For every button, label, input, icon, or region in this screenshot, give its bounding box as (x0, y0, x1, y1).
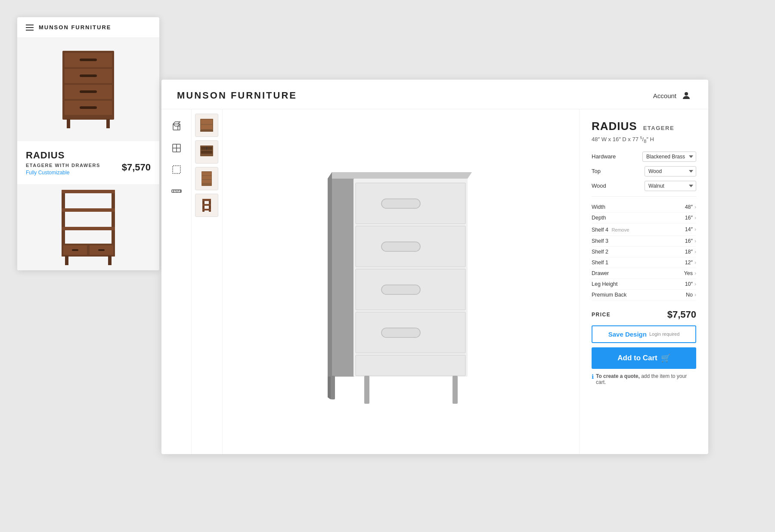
product-dimensions: 48″ W x 16″ D x 77 5/8″ H (592, 136, 696, 144)
account-area[interactable]: Account (653, 89, 693, 102)
view-front-icon[interactable] (168, 139, 185, 157)
spec-value-drawer: Yes (684, 270, 693, 276)
spec-chevron-depth[interactable]: › (694, 215, 696, 221)
wood-select[interactable]: Walnut Oak Maple Cherry (645, 181, 696, 191)
svg-rect-50 (202, 199, 211, 201)
spec-value-row-depth: 16″ › (685, 215, 696, 221)
svg-rect-13 (62, 190, 115, 193)
view-ruler-icon[interactable] (168, 182, 185, 200)
view-dashed-icon[interactable] (168, 161, 185, 178)
svg-rect-52 (202, 209, 211, 210)
svg-rect-64 (364, 376, 369, 404)
thumbnail-4[interactable] (195, 194, 218, 217)
spec-chevron-width[interactable]: › (694, 204, 696, 210)
svg-rect-63 (356, 355, 465, 376)
thumbnail-1[interactable] (195, 114, 218, 137)
spec-row-shelf4: Shelf 4 Remove 14″ › (592, 223, 696, 236)
left-card-logo: MUNSON FURNITURE (39, 24, 112, 31)
svg-rect-56 (381, 199, 420, 208)
add-to-cart-button[interactable]: Add to Cart 🛒 (592, 347, 696, 369)
svg-rect-47 (202, 180, 211, 183)
spec-remove-shelf4[interactable]: Remove (611, 227, 629, 232)
top-select[interactable]: Wood Glass Metal (645, 166, 696, 176)
right-panel-header: MUNSON FURNITURE Account (161, 80, 708, 109)
save-design-sub: Login required (649, 331, 679, 337)
svg-rect-9 (80, 90, 97, 93)
product-main-view (223, 109, 579, 454)
svg-rect-29 (173, 166, 180, 173)
right-panel: MUNSON FURNITURE Account (161, 80, 708, 454)
view-3d-icon[interactable] (168, 118, 185, 135)
spec-value-shelf4: 14″ (685, 226, 693, 232)
thumbnail-2[interactable] (195, 140, 218, 164)
save-design-button[interactable]: Save Design Login required (592, 325, 696, 343)
drawer-unit-image (54, 46, 123, 133)
spec-label-shelf1: Shelf 1 (592, 260, 608, 266)
spec-label-width: Width (592, 204, 605, 210)
quote-text: To create a quote, add the item to your … (596, 373, 696, 385)
spec-value-row-shelf2: 18″ › (685, 249, 696, 255)
right-panel-body: RADIUS ETAGERE 48″ W x 16″ D x 77 5/8″ H… (161, 109, 708, 454)
product-title-row: RADIUS ETAGERE (592, 120, 696, 133)
price-label: PRICE (592, 312, 611, 318)
spec-row-legheight: Leg Height 10″ › (592, 279, 696, 290)
spec-value-row-drawer: Yes › (684, 270, 696, 276)
spec-value-premiumback: No (686, 292, 693, 298)
config-panel: RADIUS ETAGERE 48″ W x 16″ D x 77 5/8″ H… (579, 109, 708, 454)
right-logo: MUNSON FURNITURE (177, 90, 297, 101)
spec-value-row-legheight: 10″ › (685, 281, 696, 287)
left-card-product-name: RADIUS (26, 150, 151, 161)
left-card-bottom-image (17, 184, 159, 270)
spec-value-width: 48″ (685, 204, 693, 210)
spec-label-premiumback: Premium Back (592, 292, 626, 298)
spec-row-shelf3: Shelf 3 16″ › (592, 236, 696, 247)
spec-label-legheight: Leg Height (592, 281, 617, 287)
svg-point-24 (685, 92, 688, 96)
spec-value-row-shelf1: 12″ › (685, 260, 696, 266)
spec-row-premiumback: Premium Back No › (592, 290, 696, 300)
spec-chevron-drawer[interactable]: › (694, 270, 696, 276)
svg-rect-21 (98, 249, 105, 251)
specs-list: Width 48″ › Depth 16″ › (592, 202, 696, 300)
svg-rect-20 (72, 249, 78, 251)
left-card-header: MUNSON FURNITURE (17, 17, 159, 38)
svg-rect-58 (381, 242, 420, 251)
spec-chevron-premiumback[interactable]: › (694, 292, 696, 298)
svg-rect-62 (381, 328, 420, 337)
cart-icon: 🛒 (661, 353, 670, 363)
spec-label-shelf4-wrap: Shelf 4 Remove (592, 226, 629, 233)
spec-chevron-shelf1[interactable]: › (694, 260, 696, 266)
svg-rect-46 (202, 176, 211, 179)
svg-rect-60 (381, 285, 420, 294)
spec-value-shelf3: 16″ (685, 238, 693, 244)
spec-label-drawer: Drawer (592, 270, 609, 276)
left-card-top-image (17, 38, 159, 141)
svg-rect-38 (201, 120, 212, 124)
svg-rect-51 (202, 204, 211, 206)
hardware-select[interactable]: Blackened Brass Polished Brass Matte Bla… (642, 152, 696, 162)
spec-label-depth: Depth (592, 215, 606, 221)
hardware-row: Hardware Blackened Brass Polished Brass … (592, 152, 696, 162)
svg-rect-66 (331, 376, 335, 399)
left-product-card: MUNSON FURNITURE RADIUS ETAGERE WITH DRA… (17, 17, 159, 270)
account-icon (680, 89, 693, 102)
svg-rect-23 (108, 256, 112, 265)
spec-chevron-shelf4[interactable]: › (694, 226, 696, 232)
svg-rect-8 (80, 74, 97, 77)
product-subtitle-config: ETAGERE (643, 125, 674, 131)
svg-rect-37 (200, 130, 213, 132)
thumbnail-sidebar (192, 109, 223, 454)
spec-value-row-width: 48″ › (685, 204, 696, 210)
thumbnail-3[interactable] (195, 167, 218, 190)
spec-chevron-shelf3[interactable]: › (694, 238, 696, 244)
svg-rect-65 (453, 376, 458, 404)
price-row: PRICE $7,570 (592, 309, 696, 320)
quote-info: ℹ To create a quote, add the item to you… (592, 373, 696, 385)
svg-rect-22 (65, 256, 68, 265)
svg-rect-15 (62, 227, 115, 230)
spec-chevron-shelf2[interactable]: › (694, 249, 696, 255)
svg-rect-42 (201, 151, 212, 154)
spec-chevron-legheight[interactable]: › (694, 281, 696, 287)
spec-value-shelf1: 12″ (685, 260, 693, 266)
hamburger-icon[interactable] (26, 25, 34, 31)
